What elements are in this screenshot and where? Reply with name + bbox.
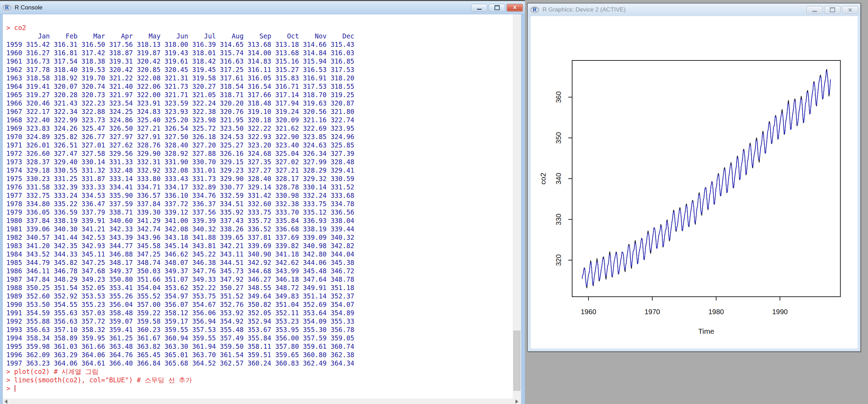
svg-text:340: 340 — [555, 173, 562, 184]
svg-text:1970: 1970 — [645, 308, 660, 316]
console-window-right-border — [521, 14, 525, 404]
svg-text:1980: 1980 — [708, 308, 724, 316]
console-command-plot: > plot(co2) # 시계열 그림 — [6, 368, 513, 376]
close-button[interactable]: ✕ — [507, 4, 523, 12]
console-text: > co2 Jan Feb Mar Apr May Jun Jul Aug Se… — [3, 14, 513, 393]
svg-text:330: 330 — [555, 214, 562, 225]
r-graphics-window: R R Graphics: Device 2 (ACTIVE) ✕ 196019… — [527, 3, 861, 352]
console-command-lines: > lines(smooth(co2), col="BLUE") # 스무딩 선… — [6, 376, 513, 384]
svg-text:co2: co2 — [539, 173, 547, 185]
maximize-icon — [830, 7, 835, 12]
graphics-window-controls: ✕ — [806, 6, 858, 14]
svg-text:350: 350 — [555, 132, 562, 144]
scroll-left-arrow-icon[interactable] — [5, 399, 7, 404]
console-window-left-border — [0, 398, 3, 404]
svg-text:Time: Time — [698, 327, 714, 335]
rgui-mdi-background: R R Console ✕ > co2 Jan Feb Mar Apr May … — [0, 0, 868, 404]
svg-text:360: 360 — [555, 91, 562, 103]
console-horizontal-scrollbar[interactable] — [3, 398, 521, 404]
close-icon: ✕ — [513, 5, 517, 10]
co2-table-output: Jan Feb Mar Apr May Jun Jul Aug Sep Oct … — [6, 32, 513, 368]
maximize-icon — [495, 5, 500, 10]
co2-time-series-plot: 1960197019801990320330340350360Timeco2 — [531, 16, 858, 348]
r-graphics-titlebar[interactable]: R R Graphics: Device 2 (ACTIVE) ✕ — [528, 3, 860, 16]
prompt-text: > — [6, 385, 14, 392]
text-cursor — [14, 385, 15, 392]
minimize-button[interactable] — [806, 6, 823, 14]
console-window-controls: ✕ — [471, 4, 523, 12]
minimize-button[interactable] — [471, 4, 487, 12]
svg-text:320: 320 — [555, 254, 562, 266]
maximize-button[interactable] — [824, 6, 840, 14]
console-output-area[interactable]: > co2 Jan Feb Mar Apr May Jun Jul Aug Se… — [0, 14, 513, 398]
console-window-title: R Console — [15, 4, 42, 11]
svg-text:1990: 1990 — [772, 308, 788, 316]
close-button[interactable]: ✕ — [842, 6, 858, 14]
close-icon: ✕ — [848, 7, 853, 13]
r-logo-icon: R — [2, 4, 12, 12]
console-vertical-scrollbar[interactable] — [513, 14, 521, 399]
r-logo-icon: R — [530, 6, 540, 14]
maximize-button[interactable] — [489, 4, 505, 12]
minimize-icon — [812, 11, 817, 12]
graphics-window-title: R Graphics: Device 2 (ACTIVE) — [542, 6, 626, 13]
r-console-titlebar[interactable]: R R Console ✕ — [0, 1, 525, 14]
svg-text:1960: 1960 — [581, 308, 596, 316]
console-prompt-line[interactable]: > — [6, 384, 513, 393]
scroll-right-arrow-icon[interactable] — [515, 399, 518, 404]
r-console-window: R R Console ✕ > co2 Jan Feb Mar Apr May … — [0, 0, 525, 404]
graphics-device-canvas: 1960197019801990320330340350360Timeco2 — [531, 16, 858, 348]
console-command-co2: > co2 — [6, 24, 513, 32]
minimize-icon — [477, 9, 482, 10]
vertical-scrollbar-thumb[interactable] — [513, 331, 520, 391]
